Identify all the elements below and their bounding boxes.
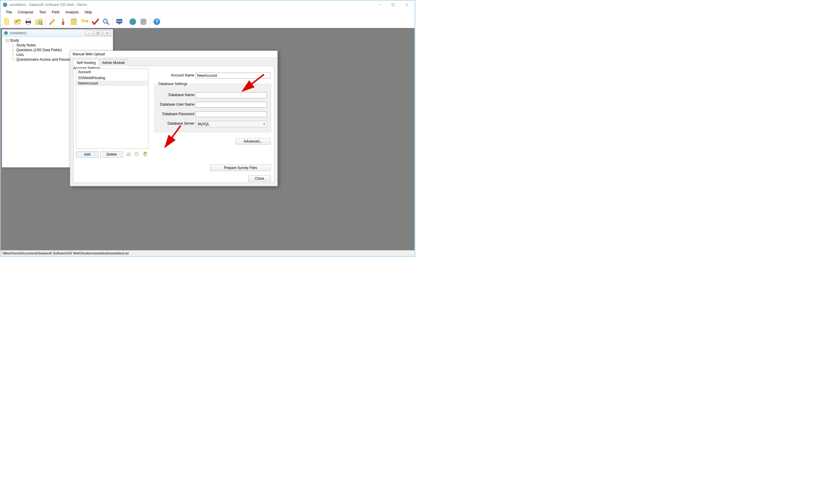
paste-icon[interactable] (143, 151, 148, 156)
window-controls (373, 0, 414, 9)
svg-rect-52 (145, 152, 146, 153)
svg-rect-23 (75, 18, 76, 20)
menu-analysis[interactable]: Analysis (62, 10, 82, 15)
print-icon[interactable] (23, 16, 34, 27)
database-icon[interactable] (138, 16, 149, 27)
window-title: ssiwebtest - Sawtooth Software SSI Web -… (9, 3, 87, 7)
svg-rect-9 (26, 19, 30, 21)
svg-rect-16 (62, 21, 64, 25)
chevron-down-icon: ▾ (263, 123, 265, 126)
svg-rect-28 (87, 21, 88, 22)
svg-point-25 (82, 20, 84, 21)
status-path: \\Mac\Home\Documents\Sawtooth Software\S… (2, 251, 129, 255)
clipboard-icons (126, 151, 148, 156)
svg-point-29 (103, 19, 107, 23)
notes-icon[interactable] (68, 16, 79, 27)
svg-rect-15 (62, 18, 64, 21)
key-icon[interactable] (79, 16, 90, 27)
svg-point-40 (5, 32, 7, 34)
tab-self-hosting[interactable]: Self Hosting (73, 59, 99, 66)
add-button[interactable]: Add (76, 151, 99, 158)
db-name-field[interactable] (196, 92, 267, 98)
browse-icon[interactable] (34, 16, 44, 27)
svg-line-30 (107, 23, 109, 25)
title-bar: ssiwebtest - Sawtooth Software SSI Web -… (0, 0, 415, 9)
svg-line-47 (127, 152, 129, 154)
new-file-icon[interactable] (1, 16, 12, 27)
menu-help[interactable]: Help (82, 10, 95, 15)
cut-icon[interactable] (126, 151, 131, 156)
svg-marker-13 (50, 19, 55, 24)
tree-collapse-icon[interactable]: − (6, 39, 9, 42)
db-user-label: Database User Name (152, 102, 194, 107)
tree-minimize-button[interactable] (85, 30, 93, 36)
manual-web-upload-dialog: Manual Web Upload Self Hosting Admin Mod… (70, 51, 278, 186)
svg-rect-53 (145, 154, 147, 156)
svg-rect-10 (26, 23, 30, 25)
dialog-tabs: Self Hosting Admin Module (73, 59, 128, 66)
account-name-label: Account Name (160, 73, 194, 77)
db-server-value: MySQL (198, 122, 210, 126)
account-list[interactable]: Account SSIWeb8Hosting NewAccount (76, 68, 148, 149)
account-row[interactable]: NewAccount (76, 81, 148, 86)
svg-rect-21 (72, 18, 72, 20)
tree-root[interactable]: Study (10, 38, 19, 43)
app-window: ssiwebtest - Sawtooth Software SSI Web -… (0, 0, 415, 256)
close-button[interactable]: Close (248, 175, 271, 182)
tree-maximize-button[interactable] (94, 30, 102, 36)
menu-test[interactable]: Test (36, 10, 49, 15)
screwdriver-icon[interactable] (58, 16, 68, 27)
advanced-button[interactable]: Advanced... (235, 138, 271, 145)
pencil-icon[interactable] (47, 16, 58, 27)
svg-rect-33 (118, 23, 121, 24)
account-row[interactable]: SSIWeb8Hosting (76, 75, 148, 81)
mdi-area: ssiwebtest − Study Study Notes (1, 28, 415, 250)
menu-file[interactable]: File (3, 10, 15, 15)
svg-point-1 (4, 4, 6, 6)
help-icon[interactable]: ? (151, 16, 162, 27)
tree-window-title: ssiwebtest (10, 31, 26, 35)
tree-item-questions[interactable]: Questions (1/50 Data Fields) (16, 48, 62, 52)
app-icon (3, 2, 7, 7)
svg-line-48 (128, 152, 130, 154)
close-button[interactable] (400, 0, 414, 9)
checkmark-icon[interactable] (90, 16, 101, 27)
toolbar-separator (150, 17, 150, 26)
toolbar-separator (126, 17, 126, 26)
magnifier-icon[interactable] (101, 16, 111, 27)
db-user-field[interactable] (196, 102, 267, 108)
db-server-label: Database Server (158, 121, 194, 126)
menu-compose[interactable]: Compose (15, 10, 36, 15)
svg-rect-27 (86, 21, 87, 22)
maximize-button[interactable] (386, 0, 400, 9)
svg-rect-22 (74, 18, 74, 20)
tree-item-lists[interactable]: Lists (16, 53, 24, 57)
test-icon[interactable]: TEST (114, 16, 125, 27)
prepare-survey-files-button[interactable]: Prepare Survey Files (210, 165, 271, 171)
db-name-label: Database Name (158, 93, 194, 97)
open-folder-icon[interactable] (12, 16, 23, 27)
tree-window-titlebar[interactable]: ssiwebtest (2, 29, 113, 37)
database-settings-legend: Database Settings (157, 82, 189, 86)
menubar: File Compose Test Field Analysis Help (0, 9, 415, 15)
db-server-select[interactable]: MySQL ▾ (196, 121, 267, 127)
menu-field[interactable]: Field (49, 10, 62, 15)
dialog-title[interactable]: Manual Web Upload (70, 51, 277, 58)
tree-item-study-notes[interactable]: Study Notes (16, 43, 36, 47)
app-icon (4, 31, 8, 35)
globe-icon[interactable] (127, 16, 138, 27)
copy-icon[interactable] (134, 151, 140, 156)
toolbar-separator (112, 17, 113, 26)
svg-point-46 (129, 154, 131, 156)
minimize-button[interactable] (373, 0, 386, 9)
db-pass-field[interactable] (196, 111, 267, 117)
status-bar: \\Mac\Home\Documents\Sawtooth Software\S… (1, 250, 415, 256)
svg-rect-42 (97, 32, 99, 34)
tree-close-button[interactable] (103, 30, 111, 36)
tree-item-access[interactable]: Questionnaire Access and Passwords (16, 57, 76, 62)
svg-rect-3 (392, 4, 394, 6)
tab-admin-module[interactable]: Admin Module (99, 59, 128, 66)
delete-button[interactable]: Delete (100, 151, 123, 158)
db-pass-label: Database Password (155, 112, 194, 116)
account-name-field[interactable] (196, 73, 271, 79)
